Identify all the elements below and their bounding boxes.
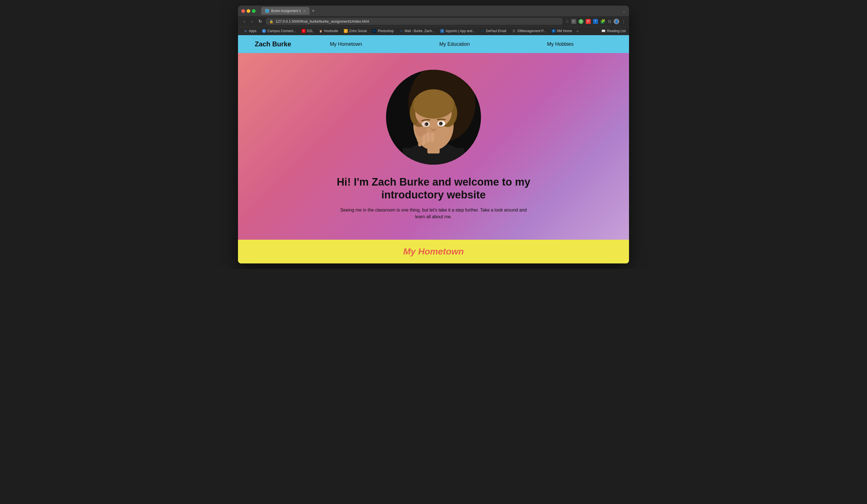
bookmark-apps-label: Apps (249, 29, 256, 33)
bookmark-apps[interactable]: ⊞ Apps (241, 28, 259, 34)
33management-icon: 3 (512, 29, 516, 33)
hootsuite-icon: 🦉 (319, 29, 323, 33)
bookmark-zoho-label: Zoho Social (349, 29, 367, 33)
extension-icon-3[interactable]: P (586, 19, 591, 24)
bookmark-depaul[interactable]: ✉ DePaul Email (479, 28, 509, 34)
extension-icon-2[interactable]: $ (578, 19, 584, 24)
tab-close-button[interactable]: × (303, 9, 306, 13)
sidebar-icon[interactable]: ⊟ (608, 19, 611, 24)
reading-list-label: Reading List (607, 29, 626, 33)
bookmark-d2l-label: D2L (307, 29, 313, 33)
lock-icon: 🔒 (269, 20, 274, 23)
url-text: 127.0.0.1:5500/final_burke/burke_assignm… (276, 19, 369, 23)
apporto-icon: A (440, 29, 444, 33)
back-button[interactable]: ‹ (241, 19, 247, 24)
reading-list-icon: 📖 (601, 29, 606, 33)
apps-icon: ⊞ (244, 29, 247, 33)
profile-photo (386, 70, 481, 165)
new-tab-button[interactable]: + (312, 8, 315, 13)
tab-bar: 🌐 Burke Assignment 1 × + (261, 7, 620, 15)
nm-home-icon: N (552, 29, 556, 33)
minimize-button[interactable] (247, 9, 250, 13)
zoho-icon: Z (344, 29, 348, 33)
bookmark-campus-connect-label: Campus Connect... (267, 29, 296, 33)
bookmark-33management-label: 33Management P... (517, 29, 546, 33)
nav-education[interactable]: My Education (439, 41, 470, 47)
mail-icon: ✉ (399, 29, 403, 33)
section-preview-title: My Hometown (245, 246, 622, 257)
bookmark-33management[interactable]: 3 33Management P... (510, 28, 548, 34)
bookmark-photoshop-label: Photoshop (378, 29, 394, 33)
reading-list-button[interactable]: 📖 Reading List (601, 29, 626, 33)
maximize-button[interactable] (252, 9, 256, 13)
site-name: Zach Burke (255, 40, 291, 48)
browser-window: 🌐 Burke Assignment 1 × + ⌄ ‹ › ↻ 🔒 127.0… (238, 6, 629, 263)
address-bar: ‹ › ↻ 🔒 127.0.0.1:5500/final_burke/burke… (238, 16, 629, 26)
bookmark-mail-label: Mail - Burke, Zach... (405, 29, 435, 33)
bookmark-d2l[interactable]: D D2L (299, 28, 315, 34)
bookmark-nm-home-label: NM Home (557, 29, 572, 33)
profile-icon[interactable]: 👤 (614, 19, 619, 24)
extension-icon-1[interactable]: G (571, 19, 576, 24)
webpage-content: Zach Burke My Hometown My Education My H… (238, 35, 629, 263)
bookmark-nm-home[interactable]: N NM Home (549, 28, 574, 34)
address-bar-actions: ☆ G $ P T 🧩 ⊟ 👤 ⋮ (565, 19, 626, 24)
svg-point-23 (424, 142, 443, 150)
active-tab[interactable]: 🌐 Burke Assignment 1 × (261, 7, 310, 15)
hero-section: Hi! I'm Zach Burke and welcome to my int… (238, 53, 629, 240)
forward-button[interactable]: › (249, 19, 255, 24)
title-bar: 🌐 Burke Assignment 1 × + ⌄ (238, 6, 629, 16)
svg-point-16 (440, 122, 442, 124)
bookmark-campus-connect[interactable]: C Campus Connect... (260, 28, 298, 34)
bookmark-zoho[interactable]: Z Zoho Social (342, 28, 369, 34)
photoshop-icon: Ps (372, 29, 376, 33)
extensions-puzzle-icon[interactable]: 🧩 (600, 19, 606, 24)
url-field[interactable]: 🔒 127.0.0.1:5500/final_burke/burke_assig… (266, 18, 563, 25)
tab-favicon: 🌐 (265, 9, 269, 13)
bookmark-depaul-label: DePaul Email (486, 29, 506, 33)
depaul-icon: ✉ (481, 29, 485, 33)
bookmark-photoshop[interactable]: Ps Photoshop (370, 28, 396, 34)
bookmark-hootsuite[interactable]: 🦉 Hootsuite (317, 28, 341, 34)
d2l-icon: D (302, 29, 306, 33)
svg-point-13 (426, 123, 428, 124)
tab-title: Burke Assignment 1 (271, 9, 301, 13)
campus-connect-icon: C (262, 29, 266, 33)
window-collapse-button[interactable]: ⌄ (622, 9, 626, 13)
extension-icon-4[interactable]: T (593, 19, 598, 24)
hero-title: Hi! I'm Zach Burke and welcome to my int… (336, 176, 531, 201)
svg-rect-19 (418, 135, 421, 146)
more-options-icon[interactable]: ⋮ (621, 19, 626, 24)
site-navigation: Zach Burke My Hometown My Education My H… (238, 35, 629, 53)
nav-hometown[interactable]: My Hometown (330, 41, 362, 47)
refresh-button[interactable]: ↻ (257, 19, 263, 24)
svg-point-24 (415, 120, 427, 137)
more-bookmarks-button[interactable]: » (575, 28, 580, 34)
bookmark-hootsuite-label: Hootsuite (324, 29, 338, 33)
nav-buttons: ‹ › ↻ (241, 19, 263, 24)
svg-point-10 (414, 94, 453, 119)
close-button[interactable] (241, 9, 245, 13)
bookmark-star-icon[interactable]: ☆ (565, 19, 569, 24)
traffic-lights (241, 9, 256, 13)
bookmarks-bar: ⊞ Apps C Campus Connect... D D2L 🦉 Hoots… (238, 26, 629, 35)
hero-subtitle: Seeing me in the classroom is one thing,… (339, 207, 528, 220)
bookmark-apporto[interactable]: A Apporto | App and... (438, 28, 477, 34)
bookmark-apporto-label: Apporto | App and... (446, 29, 475, 33)
nav-links: My Hometown My Education My Hobbies (291, 41, 612, 47)
nav-hobbies[interactable]: My Hobbies (547, 41, 574, 47)
profile-photo-svg (386, 70, 481, 165)
section-preview: My Hometown (238, 240, 629, 263)
bookmark-mail[interactable]: ✉ Mail - Burke, Zach... (397, 28, 437, 34)
